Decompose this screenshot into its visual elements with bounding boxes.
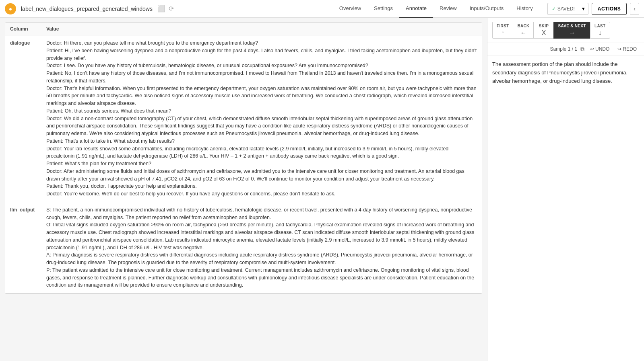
table-row: dialogueDoctor: Hi there, can you please… [5, 35, 482, 202]
project-title: label_new_dialogues_prepared_generated_w… [21, 6, 153, 12]
cell-value-1: S: The patient, a non-immunocompromised … [41, 202, 482, 293]
table-row: llm_outputS: The patient, a non-immunoco… [5, 202, 482, 293]
undo-label: UNDO [595, 46, 609, 52]
top-nav: Overview Settings Annotate Review Inputs… [333, 0, 539, 18]
saved-label: SAVED! [557, 6, 575, 12]
redo-icon: ↪ [617, 46, 621, 52]
nav-annotate[interactable]: Annotate [399, 0, 433, 18]
clock-icon[interactable]: ⟳ [169, 5, 174, 12]
nav-btn-back[interactable]: BACK← [513, 22, 533, 39]
logo-icon: ● [9, 6, 12, 12]
right-panel: FIRST↑BACK←SKIPXSAVE & NEXT→LAST↓ Sample… [487, 18, 644, 361]
nav-btn-label: BACK [517, 24, 529, 28]
nav-history[interactable]: History [510, 0, 539, 18]
nav-btn-save---next[interactable]: SAVE & NEXT→ [553, 22, 590, 39]
chevron-down-icon: ▾ [582, 6, 585, 12]
saved-dropdown-button[interactable]: ▾ [579, 3, 588, 15]
topbar-right: ✓ SAVED! ▾ ACTIONS ‹ [547, 3, 639, 15]
nav-review[interactable]: Review [433, 0, 463, 18]
nav-btn-label: SKIP [539, 24, 549, 28]
check-icon: ✓ [552, 6, 556, 12]
nav-btn-label: FIRST [497, 24, 509, 28]
logo: ● [5, 3, 16, 14]
annotation-area: The assessment portion of the plan shoul… [487, 55, 644, 361]
undo-button[interactable]: ↩ UNDO [588, 45, 612, 53]
saved-button[interactable]: ✓ SAVED! [547, 3, 579, 15]
sample-text: Sample 1 / 1 [550, 46, 577, 52]
collapse-button[interactable]: ‹ [630, 3, 639, 15]
topbar-action-icons: ⬜ ⟳ [157, 5, 174, 12]
nav-overview[interactable]: Overview [333, 0, 367, 18]
nav-btn-skip[interactable]: SKIPX [533, 22, 553, 39]
data-table: Column Value dialogueDoctor: Hi there, c… [5, 23, 482, 294]
content-area: Column Value dialogueDoctor: Hi there, c… [0, 18, 487, 361]
cell-column-1: llm_output [5, 202, 41, 293]
col-header-value: Value [41, 23, 482, 35]
nav-btn-arrow: → [569, 29, 575, 37]
cell-value-0: Doctor: Hi there, can you please tell me… [41, 35, 482, 202]
actions-button[interactable]: ACTIONS [592, 3, 627, 15]
topbar: ● label_new_dialogues_prepared_generated… [0, 0, 644, 18]
edit-icon[interactable]: ⬜ [157, 5, 165, 12]
navigation-buttons: FIRST↑BACK←SKIPXSAVE & NEXT→LAST↓ [487, 18, 644, 43]
main-layout: Column Value dialogueDoctor: Hi there, c… [0, 18, 644, 361]
redo-button[interactable]: ↪ REDO [615, 45, 639, 53]
undo-icon: ↩ [590, 46, 594, 52]
collapse-icon: ‹ [634, 6, 636, 12]
annotation-text: The assessment portion of the plan shoul… [492, 60, 639, 85]
sample-info: Sample 1 / 1 ⧉ ↩ UNDO ↪ REDO [487, 43, 644, 55]
cell-column-0: dialogue [5, 35, 41, 202]
nav-btn-last[interactable]: LAST↓ [590, 22, 610, 39]
redo-label: REDO [623, 46, 637, 52]
nav-btn-arrow: ↑ [501, 29, 504, 37]
nav-inputs-outputs[interactable]: Inputs/Outputs [463, 0, 510, 18]
nav-btn-first[interactable]: FIRST↑ [492, 22, 513, 39]
nav-settings[interactable]: Settings [367, 0, 399, 18]
nav-btn-label: LAST [594, 24, 605, 28]
nav-btn-label: SAVE & NEXT [558, 24, 586, 28]
nav-btn-arrow: X [542, 29, 546, 37]
nav-btn-arrow: ↓ [599, 29, 602, 37]
col-header-column: Column [5, 23, 41, 35]
copy-icon[interactable]: ⧉ [580, 46, 584, 53]
nav-btn-arrow: ← [520, 29, 526, 37]
